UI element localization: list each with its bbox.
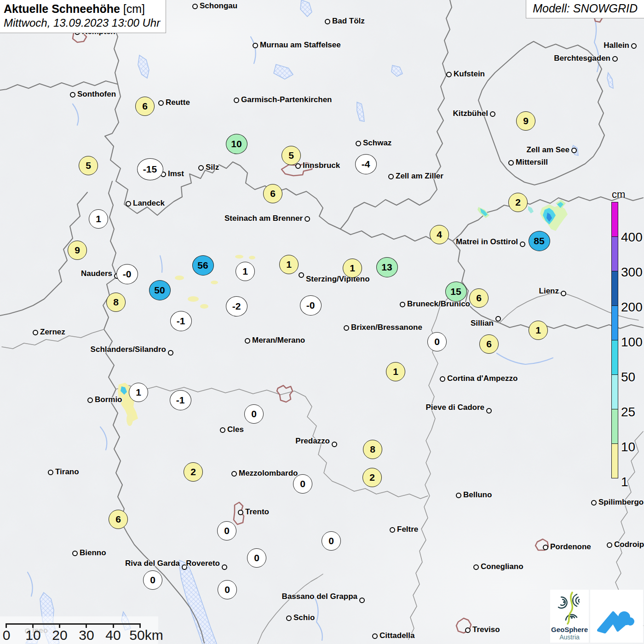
snowgrid-logo bbox=[590, 590, 643, 643]
snow-value-badge: 6 bbox=[109, 510, 128, 529]
city-label: Schongau bbox=[200, 1, 237, 11]
city-label: Cittadella bbox=[380, 631, 415, 640]
city-label: Hallein bbox=[604, 41, 629, 50]
city-label: Garmisch-Partenkirchen bbox=[241, 95, 332, 104]
city-label: Innsbruck bbox=[303, 161, 340, 170]
city-marker-icon bbox=[238, 510, 243, 515]
legend-segment bbox=[611, 409, 618, 444]
snow-value-badge: 1 bbox=[129, 383, 148, 402]
city-marker-icon bbox=[473, 564, 479, 570]
snow-value-badge: 85 bbox=[529, 231, 550, 251]
snow-value-badge: 5 bbox=[282, 146, 301, 165]
snow-value-badge: 9 bbox=[516, 111, 535, 131]
city-label: Bad Tölz bbox=[332, 17, 365, 26]
legend-colorbar bbox=[611, 202, 618, 478]
city-marker-icon bbox=[388, 174, 394, 179]
geosphere-logo-icon bbox=[550, 590, 589, 625]
city-label: Mezzolombardo bbox=[239, 469, 298, 478]
title-box: Aktuelle Schneehöhe [cm] Mittwoch, 13.09… bbox=[0, 0, 166, 33]
snow-value-badge: 0 bbox=[217, 521, 236, 540]
city-marker-icon bbox=[325, 19, 330, 24]
city-label: Meran/Merano bbox=[252, 336, 305, 345]
city-marker-icon bbox=[543, 545, 548, 550]
city-label: Berchtesgaden bbox=[554, 54, 610, 63]
city-marker-icon bbox=[158, 100, 164, 106]
snow-value-badge: 8 bbox=[363, 440, 382, 459]
city-marker-icon bbox=[446, 72, 452, 77]
model-label: Modell: SNOWGRID bbox=[526, 0, 644, 18]
snow-value-badge: 10 bbox=[226, 134, 247, 154]
legend-tick-label: 200 bbox=[621, 300, 643, 315]
snow-value-badge: 2 bbox=[362, 468, 382, 487]
city-label: Treviso bbox=[472, 625, 500, 634]
city-marker-icon bbox=[356, 141, 361, 146]
snow-value-badge: 1 bbox=[279, 255, 299, 274]
snow-value-badge: 1 bbox=[343, 259, 362, 278]
city-marker-icon bbox=[72, 551, 78, 556]
snow-value-badge: 15 bbox=[445, 282, 467, 302]
snow-value-badge: -1 bbox=[170, 311, 192, 331]
scale-bar-label: 50km bbox=[129, 627, 163, 643]
city-marker-icon bbox=[561, 291, 566, 296]
snow-value-badge: 50 bbox=[149, 280, 171, 300]
scale-bar-label: 10 bbox=[25, 627, 40, 643]
snow-value-badge: -0 bbox=[116, 264, 138, 284]
city-marker-icon bbox=[87, 397, 93, 403]
city-marker-icon bbox=[390, 527, 395, 533]
city-label: Bormio bbox=[95, 395, 122, 404]
city-label: Landeck bbox=[133, 199, 165, 208]
legend-tick-label: 1 bbox=[621, 475, 628, 489]
city-label: Schlanders/Silandro bbox=[91, 345, 166, 354]
city-label: Cles bbox=[227, 425, 244, 434]
snow-value-badge: 4 bbox=[430, 225, 449, 244]
snow-value-badge: -15 bbox=[137, 158, 163, 180]
city-label: Bienno bbox=[80, 548, 106, 558]
city-marker-icon bbox=[465, 627, 471, 633]
city-label: Codroipo bbox=[614, 540, 644, 549]
city-marker-icon bbox=[332, 442, 337, 447]
page-title: Aktuelle Schneehöhe [cm] bbox=[4, 2, 160, 16]
city-marker-icon bbox=[520, 242, 525, 247]
scale-bar-label: 20 bbox=[52, 627, 67, 643]
city-marker-icon bbox=[508, 160, 514, 166]
snow-value-badge: 9 bbox=[68, 241, 87, 260]
geosphere-logo-subtext: Austria bbox=[550, 633, 589, 641]
legend-segment bbox=[611, 305, 618, 340]
snow-value-badge: 0 bbox=[143, 570, 162, 590]
city-marker-icon bbox=[234, 98, 239, 103]
city-label: Murnau am Staffelsee bbox=[260, 40, 341, 50]
city-marker-icon bbox=[253, 43, 258, 48]
city-label: Rovereto bbox=[186, 559, 220, 568]
snow-value-badge: 6 bbox=[479, 334, 499, 354]
snow-value-badge: -2 bbox=[226, 296, 247, 316]
snow-value-badge: 0 bbox=[244, 404, 264, 424]
city-marker-icon bbox=[33, 330, 38, 335]
city-label: Predazzo bbox=[295, 437, 330, 446]
city-label: Cortina d'Ampezzo bbox=[447, 374, 518, 383]
city-label: Sonthofen bbox=[77, 90, 116, 99]
legend-tick-label: 50 bbox=[621, 370, 635, 385]
snow-value-badge: 0 bbox=[247, 548, 266, 568]
city-label: Bruneck/Brunico bbox=[407, 299, 470, 309]
city-marker-icon bbox=[495, 316, 501, 322]
city-label: Feltre bbox=[397, 525, 418, 534]
snow-value-badge: -1 bbox=[170, 390, 191, 410]
city-label: Schio bbox=[293, 613, 315, 622]
city-label: Mittersill bbox=[516, 158, 548, 167]
city-marker-icon bbox=[299, 272, 304, 278]
city-marker-icon bbox=[192, 4, 198, 9]
snow-depth-map: KemptenSchongauBad TölzMurnau am Staffel… bbox=[0, 0, 644, 644]
snow-value-badge: 0 bbox=[322, 531, 341, 551]
city-marker-icon bbox=[607, 542, 612, 548]
city-marker-icon bbox=[295, 163, 301, 169]
city-marker-icon bbox=[456, 493, 461, 498]
legend-tick-label: 100 bbox=[621, 335, 643, 350]
city-label: Sterzing/Vipiteno bbox=[306, 275, 370, 284]
snow-value-badge: 1 bbox=[89, 209, 108, 229]
city-marker-icon bbox=[220, 427, 225, 433]
snow-value-badge: -0 bbox=[300, 295, 322, 316]
legend-tick-label: 10 bbox=[621, 440, 635, 454]
scale-bar: 01020304050km bbox=[0, 616, 158, 644]
snow-value-badge: 6 bbox=[135, 97, 155, 116]
city-label: Kufstein bbox=[454, 69, 485, 79]
